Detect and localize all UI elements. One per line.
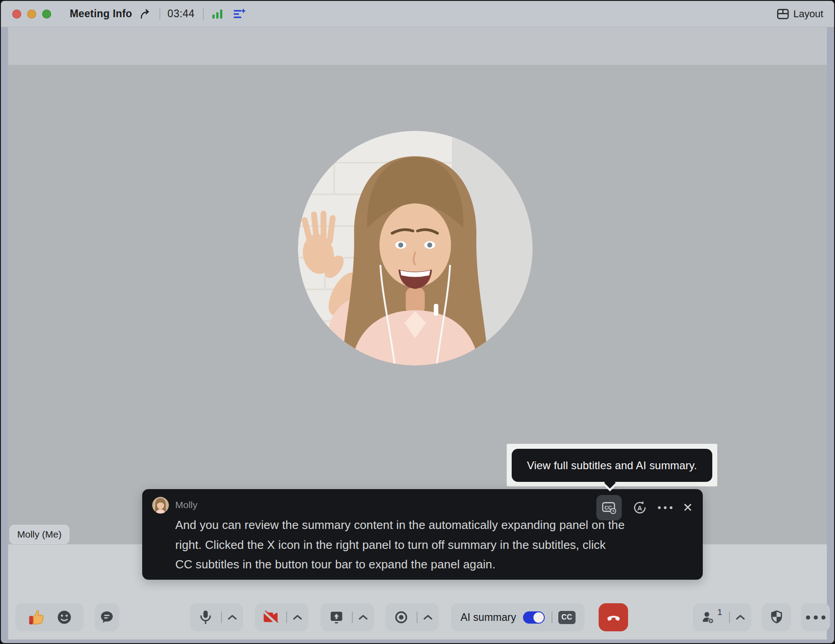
window-close-button[interactable]	[12, 10, 21, 19]
subtitle-panel: Molly CC A ✕ A	[142, 489, 703, 580]
layout-button[interactable]: Layout	[777, 8, 823, 20]
microphone-group	[190, 603, 243, 631]
record-group	[385, 603, 439, 631]
self-name-label: Molly (Me)	[10, 525, 69, 544]
participant-avatar	[298, 131, 533, 365]
subtitle-line-3: CC subtitles in the button tour bar to e…	[175, 555, 692, 575]
window-zoom-button[interactable]	[42, 10, 51, 19]
record-options-chevron[interactable]	[418, 603, 438, 631]
tooltip-text: View full subtitles and AI summary.	[527, 459, 697, 472]
screen-share-button[interactable]	[321, 603, 352, 631]
microphone-button[interactable]	[190, 603, 221, 631]
participants-count: 1	[717, 607, 722, 617]
end-call-button[interactable]	[599, 603, 628, 631]
cc-subtitles-button[interactable]: CC	[558, 611, 576, 624]
speaker-avatar	[152, 497, 169, 514]
meeting-timer: 03:44	[168, 8, 195, 20]
ai-summary-group: AI summary CC	[451, 603, 585, 631]
thumbs-up-reaction-button[interactable]	[27, 603, 45, 631]
ai-divider	[552, 611, 552, 623]
camera-off-button[interactable]	[255, 603, 286, 631]
ai-summary-label: AI summary	[461, 611, 516, 624]
window-controls	[12, 10, 51, 19]
meeting-window: Meeting Info 03:44	[0, 0, 835, 644]
participants-options-chevron[interactable]	[730, 603, 751, 631]
translate-letter: A	[638, 505, 643, 512]
subtitle-line-1: And you can review the summary content i…	[175, 515, 692, 535]
network-signal-icon	[212, 9, 224, 19]
security-button[interactable]	[762, 603, 791, 631]
subtitle-text: And you can review the summary content i…	[175, 515, 692, 575]
chat-button[interactable]	[95, 603, 119, 631]
participants-group: 1	[693, 603, 751, 631]
layout-label: Layout	[793, 8, 823, 20]
titlebar-divider-2	[203, 8, 204, 20]
camera-options-chevron[interactable]	[287, 603, 308, 631]
toggle-knob	[533, 612, 544, 623]
share-meeting-icon[interactable]	[139, 8, 151, 20]
titlebar: Meeting Info 03:44	[1, 1, 834, 27]
more-options-button[interactable]	[801, 603, 830, 631]
reactions-group	[15, 603, 84, 631]
subtitle-line-2: right. Clicked the X icon in the right p…	[175, 535, 692, 555]
participants-button[interactable]: 1	[694, 603, 729, 631]
microphone-options-chevron[interactable]	[222, 603, 243, 631]
ai-summary-indicator-icon[interactable]	[233, 8, 246, 20]
subtitle-close-button[interactable]: ✕	[682, 502, 693, 514]
speaker-name: Molly	[175, 500, 197, 510]
titlebar-divider	[159, 8, 160, 20]
emoji-reaction-button[interactable]	[56, 603, 72, 631]
more-dots-icon	[806, 615, 825, 620]
stage-top-band	[8, 27, 827, 65]
tooltip: View full subtitles and AI summary.	[512, 449, 712, 482]
window-minimize-button[interactable]	[27, 10, 36, 19]
subtitle-more-button[interactable]	[658, 506, 672, 509]
record-button[interactable]	[386, 603, 417, 631]
screen-share-options-chevron[interactable]	[353, 603, 374, 631]
layout-grid-icon	[777, 9, 789, 19]
translate-subtitles-button[interactable]: A	[632, 500, 648, 516]
screen-share-group	[321, 603, 374, 631]
camera-group	[255, 603, 308, 631]
meeting-info-title: Meeting Info	[70, 8, 132, 20]
ai-summary-toggle[interactable]	[523, 611, 545, 624]
